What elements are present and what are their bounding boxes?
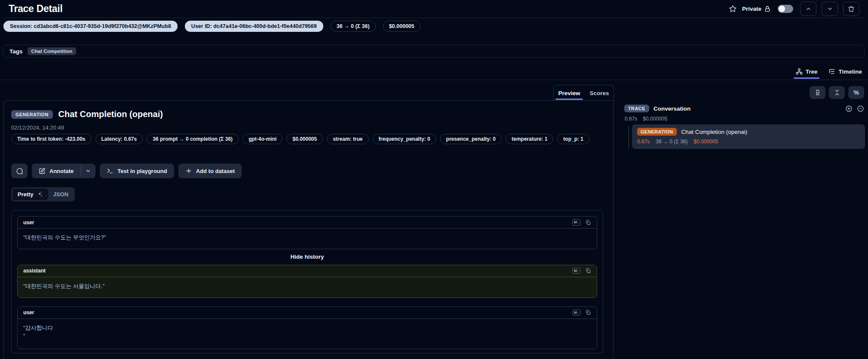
copy-button[interactable] <box>585 220 591 226</box>
message-header-icons: M↓ <box>572 219 591 225</box>
cost-badge: $0.000005 <box>383 21 420 32</box>
hide-history-button[interactable]: Hide history <box>17 254 597 260</box>
comment-icon <box>16 167 23 175</box>
messages-container: user M↓ "대한민국의 수도는 무엇인가요?" Hide history … <box>11 210 603 353</box>
message-role: user <box>23 220 34 226</box>
trace-root-row[interactable]: TRACE Conversation <box>624 105 864 112</box>
tab-timeline[interactable]: Timeline <box>828 68 862 75</box>
sidebar-toolbar: % <box>810 86 864 99</box>
pill-stream: stream: true <box>327 134 368 144</box>
node-tokens: 36 → 0 (Σ 36) <box>656 139 687 145</box>
format-json-segment[interactable]: JSON <box>48 189 74 200</box>
tags-container: Tags Chat Competition <box>3 45 865 58</box>
pill-temperature: temperature: 1 <box>506 134 553 144</box>
node-latency: 0.67s <box>637 139 650 145</box>
timeline-icon <box>828 68 835 75</box>
generation-node[interactable]: GENERATION Chat Completion (openai) 0.67… <box>632 124 865 149</box>
markdown-toggle-icon[interactable]: M↓ <box>572 309 580 316</box>
node-title: Chat Completion (openai) <box>681 129 748 135</box>
annotate-split-button: Annotate <box>32 164 95 178</box>
trace-cost: $0.000005 <box>643 116 667 122</box>
pill-cost: $0.000005 <box>286 134 323 144</box>
add-to-dataset-button[interactable]: Add to dataset <box>178 164 242 178</box>
trace-stats: 0.67s $0.000005 <box>625 116 667 122</box>
collapse-icon <box>834 89 840 96</box>
node-cost: $0.000005 <box>693 139 718 145</box>
pill-frequency-penalty: frequency_penalty: 0 <box>373 134 436 144</box>
observation-actions: Annotate Test in playground Add to datas… <box>11 164 242 178</box>
node-header: GENERATION Chat Completion (openai) <box>637 128 860 136</box>
privacy-status: Private <box>742 6 771 12</box>
topbar-actions: Private <box>729 2 859 16</box>
previous-trace-button[interactable] <box>800 2 816 16</box>
plus-circle-icon <box>845 105 853 112</box>
message-role: user <box>23 309 34 316</box>
next-trace-button[interactable] <box>822 2 838 16</box>
topbar: Trace Detail Private <box>0 0 868 18</box>
sparkles-icon <box>37 191 43 198</box>
award-icon <box>814 89 821 96</box>
markdown-toggle-icon[interactable]: M↓ <box>572 268 580 274</box>
panel-tabs: Preview Scores <box>553 85 614 101</box>
show-metrics-button[interactable]: % <box>848 86 864 99</box>
collapse-all-button[interactable] <box>829 86 845 99</box>
annotate-button[interactable]: Annotate <box>32 164 80 178</box>
tree-icon <box>796 68 803 75</box>
observation-stat-pills: Time to first token: -423.00s Latency: 0… <box>11 134 604 144</box>
message-content: "감사합니다 " <box>18 319 597 349</box>
pretty-label: Pretty <box>18 191 34 198</box>
trace-type-badge: TRACE <box>624 105 649 112</box>
observation-title: Chat Completion (openai) <box>58 109 163 119</box>
format-toggle: Pretty JSON <box>11 187 75 201</box>
tree-guide-line <box>629 126 629 149</box>
pill-top-p: top_p: 1 <box>557 134 589 144</box>
collapse-node-button[interactable] <box>857 105 864 112</box>
format-pretty-segment[interactable]: Pretty <box>12 189 48 200</box>
message-header: user M↓ <box>18 217 597 229</box>
node-stats: 0.67s 36 → 0 (Σ 36) $0.000005 <box>637 139 860 145</box>
message-header-icons: M↓ <box>572 268 591 274</box>
chevron-down-icon <box>827 6 833 12</box>
message-card-user-2: user M↓ "감사합니다 " <box>17 306 597 350</box>
public-toggle[interactable] <box>778 5 793 13</box>
tab-tree-label: Tree <box>806 68 818 75</box>
message-header: assistant M↓ <box>18 265 597 277</box>
message-header-icons: M↓ <box>572 309 591 316</box>
view-tabs: Tree Timeline <box>796 63 862 80</box>
expand-all-button[interactable] <box>845 105 853 112</box>
trace-latency: 0.67s <box>625 116 637 122</box>
page-title: Trace Detail <box>9 3 63 15</box>
session-badge[interactable]: Session: cd3abcd6-c81c-4037-935d-19d9f27… <box>3 21 178 32</box>
copy-icon <box>585 268 591 274</box>
annotate-label: Annotate <box>49 168 74 174</box>
tab-preview[interactable]: Preview <box>558 90 580 96</box>
copy-button[interactable] <box>585 268 591 274</box>
message-card-user-1: user M↓ "대한민국의 수도는 무엇인가요?" <box>17 216 597 249</box>
tab-timeline-label: Timeline <box>838 68 862 75</box>
bookmark-star-button[interactable] <box>729 5 737 13</box>
show-scores-button[interactable] <box>810 86 825 99</box>
observation-timestamp: 02/12/2024, 14:20:49 <box>11 124 64 131</box>
token-usage-badge: 36 → 0 (Σ 36) <box>331 21 376 32</box>
user-id-badge[interactable]: User ID: dc47a41e-06bc-400d-bde1-f0e440d… <box>185 21 323 32</box>
comment-button[interactable] <box>11 164 28 178</box>
delete-trace-button[interactable] <box>843 2 859 16</box>
observation-header: GENERATION Chat Completion (openai) <box>11 109 163 119</box>
annotate-dropdown-button[interactable] <box>81 164 95 178</box>
markdown-toggle-icon[interactable]: M↓ <box>572 219 580 225</box>
tag-chat-competition[interactable]: Chat Competition <box>28 47 77 55</box>
pill-presence-penalty: presence_penalty: 0 <box>440 134 502 144</box>
trace-tree-sidebar: % TRACE Conversation 0.67s $0.000005 GEN… <box>621 85 868 359</box>
chevron-down-icon <box>85 168 91 174</box>
pill-latency: Latency: 0.67s <box>95 134 143 144</box>
tab-tree[interactable]: Tree <box>796 68 818 75</box>
copy-icon <box>585 309 591 316</box>
dataset-label: Add to dataset <box>196 168 235 174</box>
lock-icon <box>764 6 771 12</box>
test-in-playground-button[interactable]: Test in playground <box>100 164 174 178</box>
message-role: assistant <box>23 268 46 274</box>
privacy-label: Private <box>742 6 761 12</box>
copy-button[interactable] <box>585 309 591 316</box>
tab-scores[interactable]: Scores <box>590 90 609 96</box>
message-header: user M↓ <box>18 307 597 319</box>
